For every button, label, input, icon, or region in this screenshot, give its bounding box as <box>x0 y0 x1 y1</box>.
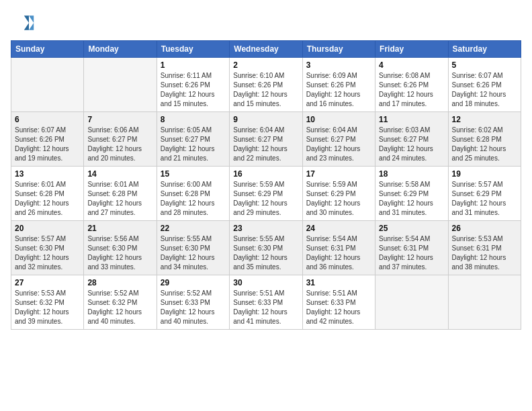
day-number: 25 <box>379 224 444 233</box>
day-number: 2 <box>233 60 298 70</box>
calendar-day: 19Sunrise: 5:57 AMSunset: 6:29 PMDayligh… <box>448 167 521 221</box>
day-info: Sunrise: 5:59 AMSunset: 6:29 PMDaylight:… <box>306 180 371 218</box>
calendar-day: 25Sunrise: 5:54 AMSunset: 6:31 PMDayligh… <box>375 221 448 275</box>
day-number: 31 <box>306 278 371 287</box>
day-info: Sunrise: 6:07 AMSunset: 6:26 PMDaylight:… <box>452 71 517 109</box>
day-number: 30 <box>233 278 298 287</box>
day-number: 19 <box>452 169 517 179</box>
header-saturday: Saturday <box>448 41 521 58</box>
day-number: 3 <box>306 60 371 70</box>
calendar-day: 21Sunrise: 5:56 AMSunset: 6:30 PMDayligh… <box>84 221 157 275</box>
calendar-day: 16Sunrise: 5:59 AMSunset: 6:29 PMDayligh… <box>230 167 302 221</box>
calendar-day: 22Sunrise: 5:55 AMSunset: 6:30 PMDayligh… <box>157 221 229 275</box>
day-number: 20 <box>15 224 80 233</box>
day-info: Sunrise: 5:58 AMSunset: 6:29 PMDaylight:… <box>379 180 444 218</box>
header-friday: Friday <box>375 41 448 58</box>
calendar-day: 10Sunrise: 6:04 AMSunset: 6:27 PMDayligh… <box>302 112 375 167</box>
day-info: Sunrise: 6:03 AMSunset: 6:27 PMDaylight:… <box>379 126 444 163</box>
calendar-day: 24Sunrise: 5:54 AMSunset: 6:31 PMDayligh… <box>302 221 375 275</box>
day-info: Sunrise: 6:05 AMSunset: 6:27 PMDaylight:… <box>161 126 226 163</box>
day-info: Sunrise: 5:53 AMSunset: 6:31 PMDaylight:… <box>452 234 517 272</box>
day-number: 23 <box>233 224 298 233</box>
day-info: Sunrise: 6:10 AMSunset: 6:26 PMDaylight:… <box>233 71 298 109</box>
svg-marker-1 <box>24 15 29 30</box>
day-info: Sunrise: 5:54 AMSunset: 6:31 PMDaylight:… <box>379 234 444 272</box>
day-number: 15 <box>161 169 226 179</box>
day-number: 29 <box>161 278 226 287</box>
day-info: Sunrise: 6:04 AMSunset: 6:27 PMDaylight:… <box>233 126 298 163</box>
day-number: 12 <box>452 115 517 124</box>
day-number: 6 <box>15 115 80 124</box>
day-info: Sunrise: 5:56 AMSunset: 6:30 PMDaylight:… <box>87 234 152 272</box>
calendar-day: 1Sunrise: 6:11 AMSunset: 6:26 PMDaylight… <box>157 58 229 112</box>
day-number: 27 <box>15 278 80 287</box>
day-info: Sunrise: 5:57 AMSunset: 6:30 PMDaylight:… <box>15 234 80 272</box>
calendar-day: 30Sunrise: 5:51 AMSunset: 6:33 PMDayligh… <box>230 275 302 330</box>
calendar-day: 8Sunrise: 6:05 AMSunset: 6:27 PMDaylight… <box>157 112 229 167</box>
svg-marker-0 <box>29 15 34 30</box>
calendar-day <box>375 275 448 330</box>
day-number: 24 <box>306 224 371 233</box>
logo <box>11 11 38 35</box>
calendar-day: 2Sunrise: 6:10 AMSunset: 6:26 PMDaylight… <box>230 58 302 112</box>
day-number: 9 <box>233 115 298 124</box>
day-info: Sunrise: 5:57 AMSunset: 6:29 PMDaylight:… <box>452 180 517 218</box>
day-number: 28 <box>87 278 152 287</box>
day-info: Sunrise: 6:11 AMSunset: 6:26 PMDaylight:… <box>161 71 226 109</box>
calendar-day: 4Sunrise: 6:08 AMSunset: 6:26 PMDaylight… <box>375 58 448 112</box>
calendar-day: 7Sunrise: 6:06 AMSunset: 6:27 PMDaylight… <box>84 112 157 167</box>
header-sunday: Sunday <box>11 41 84 58</box>
calendar-day <box>11 58 84 112</box>
day-info: Sunrise: 5:52 AMSunset: 6:33 PMDaylight:… <box>161 289 226 326</box>
calendar-header-row: SundayMondayTuesdayWednesdayThursdayFrid… <box>11 41 521 58</box>
day-number: 11 <box>379 115 444 124</box>
day-number: 16 <box>233 169 298 179</box>
calendar-week-5: 27Sunrise: 5:53 AMSunset: 6:32 PMDayligh… <box>11 275 521 330</box>
calendar-day: 27Sunrise: 5:53 AMSunset: 6:32 PMDayligh… <box>11 275 84 330</box>
calendar-week-3: 13Sunrise: 6:01 AMSunset: 6:28 PMDayligh… <box>11 167 521 221</box>
day-number: 13 <box>15 169 80 179</box>
day-number: 10 <box>306 115 371 124</box>
calendar-day: 13Sunrise: 6:01 AMSunset: 6:28 PMDayligh… <box>11 167 84 221</box>
day-number: 4 <box>379 60 444 70</box>
calendar-table: SundayMondayTuesdayWednesdayThursdayFrid… <box>11 40 521 330</box>
day-info: Sunrise: 5:52 AMSunset: 6:32 PMDaylight:… <box>87 289 152 326</box>
day-info: Sunrise: 6:07 AMSunset: 6:26 PMDaylight:… <box>15 126 80 163</box>
day-info: Sunrise: 5:55 AMSunset: 6:30 PMDaylight:… <box>233 234 298 272</box>
calendar-day: 31Sunrise: 5:51 AMSunset: 6:33 PMDayligh… <box>302 275 375 330</box>
calendar-day: 12Sunrise: 6:02 AMSunset: 6:28 PMDayligh… <box>448 112 521 167</box>
header-thursday: Thursday <box>302 41 375 58</box>
calendar-day <box>448 275 521 330</box>
calendar-week-1: 1Sunrise: 6:11 AMSunset: 6:26 PMDaylight… <box>11 58 521 112</box>
calendar-day: 14Sunrise: 6:01 AMSunset: 6:28 PMDayligh… <box>84 167 157 221</box>
calendar-week-2: 6Sunrise: 6:07 AMSunset: 6:26 PMDaylight… <box>11 112 521 167</box>
day-info: Sunrise: 6:09 AMSunset: 6:26 PMDaylight:… <box>306 71 371 109</box>
day-info: Sunrise: 6:02 AMSunset: 6:28 PMDaylight:… <box>452 126 517 163</box>
day-info: Sunrise: 5:53 AMSunset: 6:32 PMDaylight:… <box>15 289 80 326</box>
calendar-day: 26Sunrise: 5:53 AMSunset: 6:31 PMDayligh… <box>448 221 521 275</box>
day-info: Sunrise: 5:54 AMSunset: 6:31 PMDaylight:… <box>306 234 371 272</box>
day-info: Sunrise: 6:08 AMSunset: 6:26 PMDaylight:… <box>379 71 444 109</box>
calendar-day: 11Sunrise: 6:03 AMSunset: 6:27 PMDayligh… <box>375 112 448 167</box>
calendar-day: 9Sunrise: 6:04 AMSunset: 6:27 PMDaylight… <box>230 112 302 167</box>
day-number: 21 <box>87 224 152 233</box>
calendar-day: 28Sunrise: 5:52 AMSunset: 6:32 PMDayligh… <box>84 275 157 330</box>
calendar-day: 5Sunrise: 6:07 AMSunset: 6:26 PMDaylight… <box>448 58 521 112</box>
day-number: 18 <box>379 169 444 179</box>
calendar-day <box>84 58 157 112</box>
day-number: 26 <box>452 224 517 233</box>
calendar-day: 17Sunrise: 5:59 AMSunset: 6:29 PMDayligh… <box>302 167 375 221</box>
header-tuesday: Tuesday <box>157 41 229 58</box>
day-number: 1 <box>161 60 226 70</box>
day-info: Sunrise: 6:01 AMSunset: 6:28 PMDaylight:… <box>87 180 152 218</box>
day-info: Sunrise: 6:00 AMSunset: 6:28 PMDaylight:… <box>161 180 226 218</box>
calendar-day: 15Sunrise: 6:00 AMSunset: 6:28 PMDayligh… <box>157 167 229 221</box>
calendar-day: 20Sunrise: 5:57 AMSunset: 6:30 PMDayligh… <box>11 221 84 275</box>
calendar-day: 3Sunrise: 6:09 AMSunset: 6:26 PMDaylight… <box>302 58 375 112</box>
day-info: Sunrise: 6:01 AMSunset: 6:28 PMDaylight:… <box>15 180 80 218</box>
day-info: Sunrise: 5:59 AMSunset: 6:29 PMDaylight:… <box>233 180 298 218</box>
day-info: Sunrise: 5:51 AMSunset: 6:33 PMDaylight:… <box>233 289 298 326</box>
calendar-day: 23Sunrise: 5:55 AMSunset: 6:30 PMDayligh… <box>230 221 302 275</box>
day-info: Sunrise: 6:06 AMSunset: 6:27 PMDaylight:… <box>87 126 152 163</box>
day-number: 8 <box>161 115 226 124</box>
